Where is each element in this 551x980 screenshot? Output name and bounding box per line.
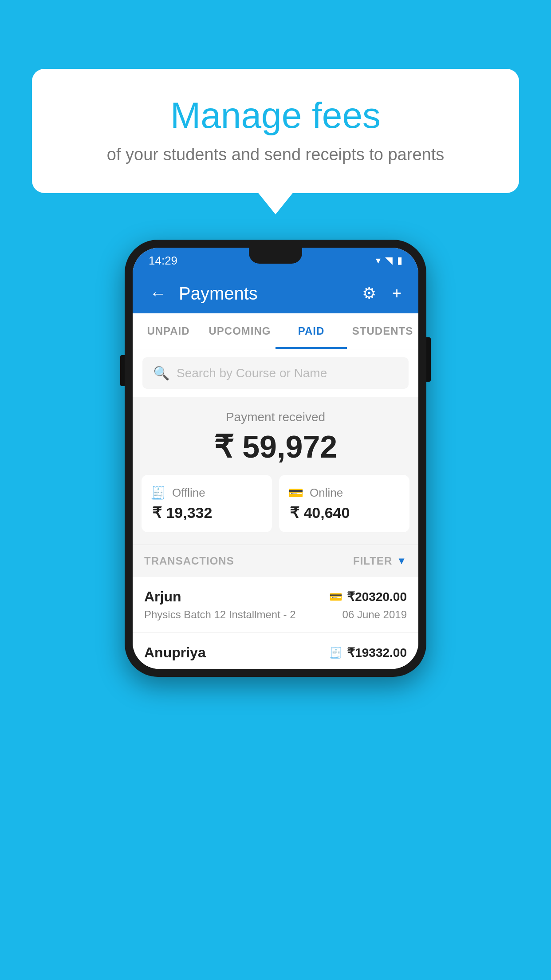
offline-label: Offline [172, 486, 205, 500]
transaction-top: Arjun 💳 ₹20320.00 [144, 589, 407, 605]
payment-received-section: Payment received ₹ 59,972 🧾 Offline ₹ 19… [133, 397, 418, 545]
search-input[interactable]: Search by Course or Name [177, 366, 327, 380]
online-card: 💳 Online ₹ 40,640 [279, 475, 409, 532]
search-container: 🔍 Search by Course or Name [133, 349, 418, 397]
tab-paid[interactable]: PAID [276, 313, 347, 349]
filter-label: FILTER [353, 555, 392, 567]
transaction-bottom: Physics Batch 12 Installment - 2 06 June… [144, 609, 407, 621]
phone-wrapper: 14:29 ▾ ◥ ▮ ← Payments ⚙ + UNPAID UPCOMI… [125, 240, 426, 677]
transaction-row[interactable]: Arjun 💳 ₹20320.00 Physics Batch 12 Insta… [133, 577, 418, 633]
app-title: Payments [179, 284, 350, 304]
transaction-amount: 💳 ₹20320.00 [329, 589, 407, 604]
payment-amount: ₹ 59,972 [142, 429, 409, 465]
gear-button[interactable]: ⚙ [358, 281, 380, 306]
payment-label: Payment received [142, 410, 409, 424]
filter-button[interactable]: FILTER ▼ [353, 555, 407, 567]
online-label: Online [310, 486, 343, 500]
wifi-icon: ▾ [376, 255, 381, 266]
filter-icon: ▼ [397, 555, 407, 567]
transaction-date: 06 June 2019 [342, 609, 407, 621]
payment-type-icon-2: 🧾 [329, 647, 342, 659]
plus-button[interactable]: + [389, 281, 405, 306]
course-info: Physics Batch 12 Installment - 2 [144, 609, 295, 621]
tab-unpaid[interactable]: UNPAID [133, 313, 204, 349]
speech-bubble: Manage fees of your students and send re… [32, 69, 519, 193]
payment-cards: 🧾 Offline ₹ 19,332 💳 Online ₹ 40,640 [142, 475, 409, 532]
online-amount: ₹ 40,640 [288, 504, 350, 522]
transaction-row-partial[interactable]: Anupriya 🧾 ₹19332.00 [133, 633, 418, 669]
student-name-2: Anupriya [144, 644, 206, 661]
bubble-title: Manage fees [67, 95, 484, 135]
search-box[interactable]: 🔍 Search by Course or Name [142, 357, 409, 389]
transaction-amount-2: 🧾 ₹19332.00 [329, 645, 407, 660]
payment-type-icon: 💳 [329, 591, 342, 603]
battery-icon: ▮ [397, 255, 402, 266]
notch [249, 248, 302, 264]
status-time: 14:29 [149, 254, 177, 268]
transactions-header: TRANSACTIONS FILTER ▼ [133, 545, 418, 577]
status-icons: ▾ ◥ ▮ [376, 255, 402, 266]
offline-card: 🧾 Offline ₹ 19,332 [142, 475, 272, 532]
phone-screen: 14:29 ▾ ◥ ▮ ← Payments ⚙ + UNPAID UPCOMI… [133, 248, 418, 669]
transactions-label: TRANSACTIONS [144, 555, 234, 567]
online-icon: 💳 [288, 486, 303, 500]
offline-card-header: 🧾 Offline [150, 486, 205, 500]
speech-bubble-container: Manage fees of your students and send re… [32, 69, 519, 193]
phone-outer: 14:29 ▾ ◥ ▮ ← Payments ⚙ + UNPAID UPCOMI… [125, 240, 426, 677]
online-card-header: 💳 Online [288, 486, 343, 500]
offline-icon: 🧾 [150, 486, 166, 500]
tabs: UNPAID UPCOMING PAID STUDENTS [133, 313, 418, 349]
bubble-subtitle: of your students and send receipts to pa… [67, 145, 484, 164]
amount-value-2: ₹19332.00 [347, 645, 407, 660]
search-icon: 🔍 [153, 365, 169, 381]
tab-upcoming[interactable]: UPCOMING [204, 313, 276, 349]
status-bar: 14:29 ▾ ◥ ▮ [133, 248, 418, 273]
tab-students[interactable]: STUDENTS [347, 313, 418, 349]
offline-amount: ₹ 19,332 [150, 504, 212, 522]
amount-value: ₹20320.00 [347, 589, 407, 604]
student-name: Arjun [144, 589, 181, 605]
app-bar: ← Payments ⚙ + [133, 273, 418, 313]
signal-icon: ◥ [385, 255, 393, 266]
transaction-top-2: Anupriya 🧾 ₹19332.00 [144, 644, 407, 661]
back-button[interactable]: ← [146, 281, 170, 307]
